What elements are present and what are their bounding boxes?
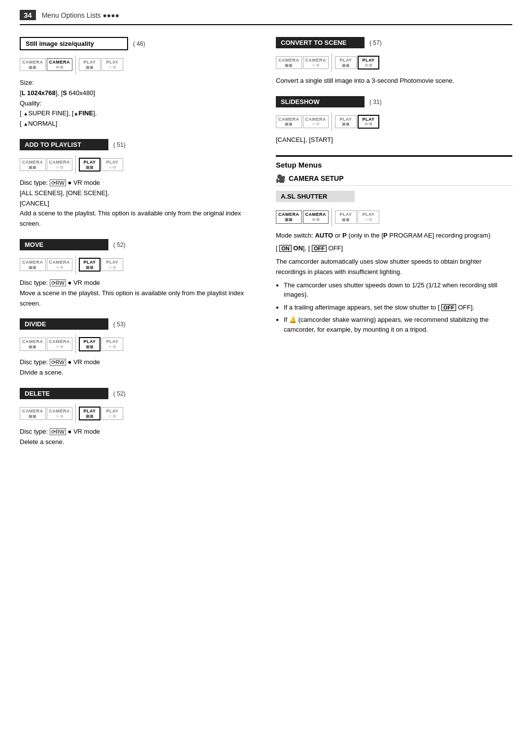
cam-badge-move-1: CAMERA ▦▦ bbox=[20, 258, 46, 271]
add-to-playlist-text: Disc type: ⟳RW ● VR mode [ALL SCENES], [… bbox=[20, 178, 256, 229]
delete-icons: CAMERA ▦▦ CAMERA ☆·⊙ PLAY ▦▦ PLAY ☆·⊙ bbox=[20, 404, 256, 423]
play-badge-1: PLAY ▦▦ bbox=[79, 58, 100, 71]
play-badge-div-1: PLAY ▦▦ bbox=[79, 337, 100, 351]
cam-badge-2: CAMERA ☆·⊙ bbox=[47, 58, 73, 71]
icon-divider-div bbox=[75, 335, 76, 353]
add-to-playlist-ref: ( 51) bbox=[113, 141, 126, 148]
still-image-label: Still image size/quality bbox=[20, 37, 128, 50]
move-icons: CAMERA ▦▦ CAMERA ☆·⊙ PLAY ▦▦ PLAY ☆·⊙ bbox=[20, 255, 256, 274]
cam-badge-div-2: CAMERA ☆·⊙ bbox=[47, 338, 73, 350]
icon-divider-cts bbox=[332, 53, 332, 72]
two-column-layout: Still image size/quality ( 46) CAMERA ▦▦… bbox=[20, 37, 512, 457]
divide-section: DIVIDE ( 53) CAMERA ▦▦ CAMERA ☆·⊙ PLAY bbox=[20, 318, 256, 378]
add-to-playlist-label: ADD TO PLAYLIST bbox=[20, 139, 108, 150]
cam-badge-move-2: CAMERA ☆·⊙ bbox=[47, 258, 73, 271]
slideshow-icons: CAMERA ▦▦ CAMERA ☆·⊙ PLAY ▦▦ PLAY ☆·⊙ bbox=[276, 112, 512, 131]
slideshow-label: SLIDESHOW bbox=[276, 96, 365, 107]
camera-setup-label: CAMERA SETUP bbox=[289, 174, 344, 182]
cam-badge-div-1: CAMERA ▦▦ bbox=[20, 338, 46, 350]
divide-text: Disc type: ⟳RW ● VR mode Divide a scene. bbox=[20, 357, 256, 378]
cam-badge-cts-1: CAMERA ▦▦ bbox=[276, 56, 302, 69]
cam-badge-cts-2: CAMERA ☆·⊙ bbox=[303, 56, 329, 69]
a-sl-shutter-icons: CAMERA ▦▦ CAMERA ☆·⊙ PLAY ▦▦ bbox=[276, 208, 512, 227]
play-badge-cts-1: PLAY ▦▦ bbox=[335, 56, 357, 69]
cam-badge-ss-2: CAMERA ☆·⊙ bbox=[303, 115, 329, 128]
move-ref: ( 52) bbox=[113, 241, 126, 248]
camera-setup-section: 🎥 CAMERA SETUP A.SL SHUTTER CAMERA ▦▦ bbox=[276, 174, 512, 335]
still-image-icons: CAMERA ▦▦ CAMERA ☆·⊙ PLAY ▦▦ PLAY ☆·⊙ bbox=[20, 55, 256, 74]
play-badge-ss-2: PLAY ☆·⊙ bbox=[358, 115, 379, 129]
icon-divider-asl bbox=[332, 208, 332, 227]
play-badge-move-2: PLAY ☆·⊙ bbox=[101, 258, 123, 271]
cam-badge-atp-2: CAMERA ☆·⊙ bbox=[47, 158, 73, 171]
delete-text: Disc type: ⟳RW ● VR mode Delete a scene. bbox=[20, 427, 256, 447]
icon-divider-1 bbox=[75, 55, 76, 74]
right-column: CONVERT TO SCENE ( 57) CAMERA ▦▦ CAMERA … bbox=[276, 37, 512, 457]
camera-icon: 🎥 bbox=[276, 174, 286, 183]
a-sl-text-3: The camcorder automatically uses slow sh… bbox=[276, 257, 512, 277]
cam-badge-del-2: CAMERA ☆·⊙ bbox=[47, 407, 73, 420]
dotted-divider bbox=[276, 185, 512, 186]
convert-to-scene-section: CONVERT TO SCENE ( 57) CAMERA ▦▦ CAMERA … bbox=[276, 37, 512, 86]
left-column: Still image size/quality ( 46) CAMERA ▦▦… bbox=[20, 37, 256, 457]
slideshow-section: SLIDESHOW ( 31) CAMERA ▦▦ CAMERA ☆·⊙ PLA… bbox=[276, 96, 512, 145]
still-image-text: Size: [L 1024x768], [S 640x480] Quality:… bbox=[20, 78, 256, 129]
slideshow-text: [CANCEL], [START] bbox=[276, 135, 512, 145]
page-container: 34 Menu Options Lists ●●●● Still image s… bbox=[0, 0, 532, 477]
divide-ref: ( 53) bbox=[113, 321, 126, 328]
cam-badge-atp-1: CAMERA ▦▦ bbox=[20, 158, 46, 171]
icon-divider-move bbox=[75, 255, 76, 274]
a-sl-shutter-section: A.SL SHUTTER CAMERA ▦▦ CAMERA ☆·⊙ bbox=[276, 191, 512, 335]
setup-menus-title: Setup Menus bbox=[276, 161, 322, 169]
a-sl-text-2: [ ON ON], [ OFF OFF] bbox=[276, 243, 512, 254]
play-badge-del-1: PLAY ▦▦ bbox=[79, 407, 100, 420]
convert-to-scene-text: Convert a single still image into a 3-se… bbox=[276, 76, 512, 86]
convert-to-scene-label: CONVERT TO SCENE bbox=[276, 37, 365, 48]
move-label: MOVE bbox=[20, 239, 108, 250]
icon-divider-atp bbox=[75, 155, 76, 174]
play-badge-del-2: PLAY ☆·⊙ bbox=[101, 407, 123, 420]
still-image-section: Still image size/quality ( 46) CAMERA ▦▦… bbox=[20, 37, 256, 129]
still-image-ref: ( 46) bbox=[133, 40, 145, 47]
cam-badge-asl-2: CAMERA ☆·⊙ bbox=[303, 210, 329, 223]
icon-divider-del bbox=[75, 404, 76, 423]
page-header-title: Menu Options Lists ●●●● bbox=[42, 11, 120, 19]
add-to-playlist-icons: CAMERA ▦▦ CAMERA ☆·⊙ PLAY ▦▦ PLAY ☆·⊙ bbox=[20, 155, 256, 174]
delete-label: DELETE bbox=[20, 388, 108, 399]
add-to-playlist-section: ADD TO PLAYLIST ( 51) CAMERA ▦▦ CAMERA ☆… bbox=[20, 139, 256, 229]
play-badge-2: PLAY ☆·⊙ bbox=[101, 58, 123, 71]
play-badge-cts-2: PLAY ☆·⊙ bbox=[358, 56, 379, 69]
a-sl-bullet-3: If 🔔 (camcorder shake warning) appears, … bbox=[276, 315, 512, 334]
a-sl-shutter-label: A.SL SHUTTER bbox=[276, 191, 355, 202]
move-text: Disc type: ⟳RW ● VR mode Move a scene in… bbox=[20, 278, 256, 309]
play-badge-atp-1: PLAY ▦▦ bbox=[79, 158, 100, 172]
delete-ref: ( 52) bbox=[113, 390, 126, 397]
setup-menus-header: Setup Menus bbox=[276, 155, 512, 169]
play-badge-asl-2: PLAY ☆·⊙ bbox=[358, 210, 379, 223]
slideshow-ref: ( 31) bbox=[369, 99, 382, 105]
divide-label: DIVIDE bbox=[20, 318, 108, 330]
convert-to-scene-ref: ( 57) bbox=[369, 39, 382, 46]
page-header: 34 Menu Options Lists ●●●● bbox=[20, 10, 512, 25]
divide-icons: CAMERA ▦▦ CAMERA ☆·⊙ PLAY ▦▦ PLAY ☆·⊙ bbox=[20, 335, 256, 353]
play-badge-asl-1: PLAY ▦▦ bbox=[335, 210, 357, 223]
cam-badge-del-1: CAMERA ▦▦ bbox=[20, 407, 46, 420]
cam-badge-ss-1: CAMERA ▦▦ bbox=[276, 115, 302, 128]
delete-section: DELETE ( 52) CAMERA ▦▦ CAMERA ☆·⊙ PLAY bbox=[20, 388, 256, 447]
cam-badge-1: CAMERA ▦▦ bbox=[20, 58, 46, 71]
a-sl-text-1: Mode switch: AUTO or P (only in the [P P… bbox=[276, 231, 512, 241]
play-badge-ss-1: PLAY ▦▦ bbox=[335, 115, 357, 128]
page-number: 34 bbox=[20, 10, 36, 20]
play-badge-move-1: PLAY ▦▦ bbox=[79, 258, 100, 272]
camera-setup-title: 🎥 CAMERA SETUP bbox=[276, 174, 512, 183]
play-badge-div-2: PLAY ☆·⊙ bbox=[101, 338, 123, 350]
convert-icons: CAMERA ▦▦ CAMERA ☆·⊙ PLAY ▦▦ PLAY ☆·⊙ bbox=[276, 53, 512, 72]
move-section: MOVE ( 52) CAMERA ▦▦ CAMERA ☆·⊙ PLAY bbox=[20, 239, 256, 309]
cam-badge-asl-1: CAMERA ▦▦ bbox=[276, 210, 302, 223]
icon-divider-ss bbox=[332, 112, 332, 131]
a-sl-bullet-2: If a trailing afterimage appears, set th… bbox=[276, 303, 512, 312]
a-sl-bullet-1: The camcorder uses shutter speeds down t… bbox=[276, 280, 512, 300]
play-badge-atp-2: PLAY ☆·⊙ bbox=[101, 158, 123, 171]
